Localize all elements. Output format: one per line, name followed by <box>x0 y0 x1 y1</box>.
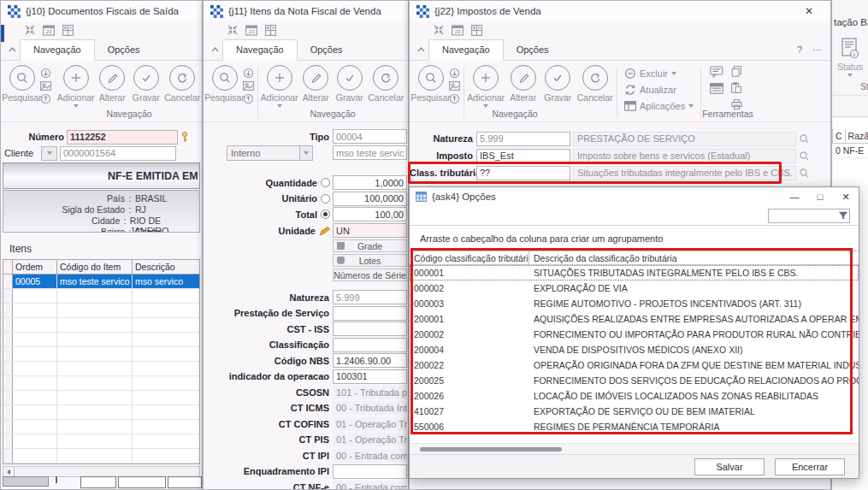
grade-button[interactable]: Grade <box>333 239 407 252</box>
minimize-icon[interactable]: — <box>782 192 807 203</box>
total-input[interactable] <box>333 207 407 221</box>
list-details-icon[interactable] <box>710 83 723 94</box>
tab-opcoes[interactable]: Opções <box>504 40 562 60</box>
grid-row[interactable]: 000001SITUAÇÕES TRIBUTADAS INTEGRALMENTE… <box>410 265 859 280</box>
calculator-grid-icon[interactable] <box>62 25 74 36</box>
copy-icon[interactable] <box>730 66 743 77</box>
lookup-magnifier-icon[interactable] <box>796 168 812 179</box>
column-header-descricao[interactable]: Descrição da classificação tributária <box>529 253 859 263</box>
tipo-combo[interactable]: Interno <box>227 145 313 161</box>
lotes-button[interactable]: Lotes <box>333 254 407 267</box>
class-tributaria-code-input[interactable] <box>476 166 570 180</box>
aplicacoes-button[interactable]: Aplicações <box>624 98 694 114</box>
column-header-descricao[interactable]: Descrição <box>133 260 199 274</box>
calculator-grid-icon[interactable] <box>265 25 276 36</box>
imposto-code-input[interactable] <box>476 149 570 163</box>
quantidade-radio[interactable] <box>321 178 330 187</box>
close-icon[interactable]: ✕ <box>833 192 859 203</box>
unitario-input[interactable] <box>333 192 407 206</box>
collapse-ribbon-icon[interactable] <box>434 25 444 35</box>
column-header-codigo[interactable]: Código classificação tributária <box>410 251 529 264</box>
grid-row[interactable]: 200004VENDA DE DISPOSITIVOS MÉDICOS (ANE… <box>410 342 859 357</box>
dialog-titlebar[interactable]: {ask4} Opções — □ ✕ <box>410 187 859 206</box>
unidade-input[interactable] <box>333 223 407 238</box>
preview-icon[interactable] <box>243 81 254 91</box>
descricao-item-input[interactable] <box>333 145 407 160</box>
preview-icon[interactable] <box>40 81 51 91</box>
unitario-radio[interactable] <box>321 194 330 204</box>
excluir-button[interactable]: Excluir <box>624 66 694 81</box>
calculator-grid-icon[interactable] <box>471 25 482 36</box>
grid-row[interactable]: 200025FORNECIMENTO DOS SERVIÇOS DE EDUCA… <box>410 373 859 388</box>
encerrar-button[interactable]: Encerrar <box>775 458 845 475</box>
collapse-chevron-icon[interactable] <box>413 43 428 56</box>
numero-input[interactable] <box>67 130 178 145</box>
pesquisar-button[interactable]: Pesquisar <box>206 65 243 121</box>
grid-row[interactable]: 410027EXPORTAÇÃO DE SERVIÇO OU DE BEM IM… <box>410 404 859 419</box>
scrollbar-thumb[interactable] <box>420 447 562 452</box>
grid-row[interactable]: 550006REGIMES DE PERMANÊNCIA TEMPORÁRIA <box>410 419 859 434</box>
cliente-combo-toggle[interactable] <box>41 146 57 161</box>
titlebar[interactable]: {j22} Impostos de Venda ✕ <box>410 1 830 21</box>
codigo-nbs-input[interactable] <box>333 353 407 368</box>
quantidade-input[interactable] <box>333 175 407 190</box>
numeros-serie-button[interactable]: Números de Série <box>333 269 407 281</box>
grid-row[interactable]: 200001AQUISIÇÕES REALIZADAS ENTRE EMPRES… <box>410 311 859 327</box>
tab-opcoes[interactable]: Opções <box>298 40 356 60</box>
grid-row[interactable]: 200026LOCAÇÃO DE IMÓVEIS LOCALIZADOS NAS… <box>410 388 859 404</box>
prev-record-icon[interactable] <box>243 93 254 104</box>
paste-icon[interactable] <box>730 82 742 93</box>
tipo-input[interactable] <box>333 129 407 144</box>
indicador-operacao-input[interactable] <box>333 369 407 384</box>
prev-record-icon[interactable] <box>40 93 51 104</box>
cst-iss-input[interactable] <box>333 322 407 336</box>
pesquisar-button[interactable]: Pesquisar <box>3 65 40 121</box>
tab-opcoes[interactable]: Opções <box>95 40 153 60</box>
natureza-code-input[interactable] <box>476 132 570 146</box>
cliente-input[interactable] <box>60 146 176 161</box>
lookup-magnifier-icon[interactable] <box>796 133 812 145</box>
calendar-icon[interactable]: 23 <box>43 25 55 36</box>
collapse-chevron-icon[interactable] <box>207 43 222 56</box>
preview-icon[interactable] <box>449 81 460 91</box>
grid-row[interactable]: 000003REGIME AUTOMOTIVO - PROJETOS INCEN… <box>410 296 859 311</box>
calendar-icon[interactable]: 23 <box>245 25 257 36</box>
next-record-icon[interactable] <box>449 68 460 79</box>
grid-row[interactable]: 200002FORNECIMENTO OU IMPORTAÇÃO PARA PR… <box>410 327 859 342</box>
atualizar-button[interactable]: Atualizar <box>624 82 694 97</box>
total-radio[interactable] <box>321 210 330 219</box>
next-record-icon[interactable] <box>243 68 254 79</box>
enquadramento-ipi-input[interactable] <box>333 464 407 479</box>
collapse-ribbon-icon[interactable] <box>227 25 238 35</box>
collapse-ribbon-icon[interactable] <box>25 25 35 35</box>
tab-navegacao[interactable]: Navegação <box>428 39 504 61</box>
natureza-input[interactable] <box>333 290 407 304</box>
status-button[interactable]: Status <box>832 32 868 77</box>
next-record-icon[interactable] <box>40 68 51 79</box>
column-header-ordem[interactable]: Ordem <box>13 260 57 274</box>
maximize-icon[interactable]: □ <box>807 192 833 203</box>
dialog-horizontal-scrollbar[interactable] <box>410 443 859 454</box>
grid-row[interactable]: 000002EXPLORAÇÃO DE VIA <box>410 280 859 296</box>
prev-record-icon[interactable] <box>449 93 460 104</box>
tab-navegacao[interactable]: Navegação <box>222 39 298 61</box>
close-icon[interactable]: ✕ <box>801 5 817 17</box>
more-options-button[interactable]: ··· <box>812 44 822 55</box>
salvar-button[interactable]: Salvar <box>694 458 765 475</box>
lookup-magnifier-icon[interactable] <box>796 151 812 162</box>
table-row[interactable]: 00005 mso teste servico mso servico <box>3 275 199 289</box>
comment-icon[interactable] <box>710 66 723 78</box>
tab-navegacao[interactable]: Navegação <box>20 39 95 61</box>
collapse-chevron-icon[interactable] <box>4 43 20 56</box>
edit-pencil-icon[interactable] <box>319 226 331 236</box>
grid-row[interactable]: 200022OPERAÇÃO ORIGINADA FORA DA ZFM QUE… <box>410 357 859 373</box>
titlebar[interactable]: {j10} Documentos Fiscais de Saída <box>1 1 202 21</box>
filter-funnel-icon[interactable] <box>838 211 848 221</box>
titlebar[interactable]: {j11} Itens da Nota Fiscal de Venda <box>204 1 408 21</box>
help-button[interactable]: ? <box>797 44 802 55</box>
classificacao-input[interactable] <box>333 338 407 352</box>
column-header-codigo[interactable]: Código do Item <box>57 260 133 274</box>
scroll-left-icon[interactable] <box>3 467 15 476</box>
prestacao-servico-input[interactable] <box>333 306 407 321</box>
calendar-icon[interactable]: 23 <box>452 25 464 36</box>
